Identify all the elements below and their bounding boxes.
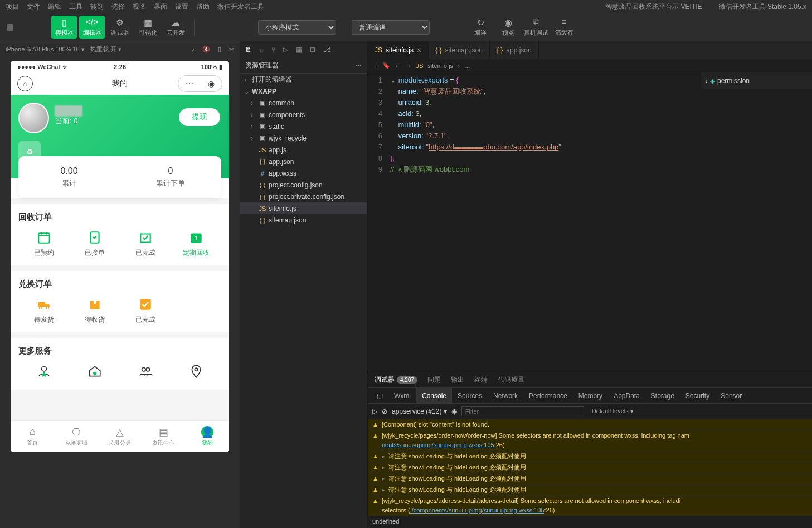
list-icon[interactable]: ≡ [375,62,378,69]
ship-pending[interactable]: 待发货 [18,297,69,324]
source-link[interactable]: ./components/sunui-upimg/sunui-upimg.wxs… [410,507,544,514]
menu-help[interactable]: 帮助 [196,2,210,12]
file-app.js[interactable]: JSapp.js [240,144,367,156]
compile-button[interactable]: ↻编译 [468,16,493,39]
mode-select[interactable]: 小程序模式 [258,20,336,35]
tab-sitemap[interactable]: { }sitemap.json [429,41,490,59]
menu-select[interactable]: 选择 [111,2,125,12]
compile-select[interactable]: 普通编译 [352,20,430,35]
order-done[interactable]: 已完成 [120,230,171,258]
svc-3[interactable] [120,364,171,382]
btab-quality[interactable]: 代码质量 [498,375,524,385]
file-project.private.config.json[interactable]: { }project.private.config.json [240,191,367,202]
btab-problems[interactable]: 问题 [427,375,441,385]
withdraw-button[interactable]: 提现 [179,108,220,126]
exchange-done[interactable]: 已完成 [120,297,171,324]
clear-cache-button[interactable]: ≡清缓存 [551,16,577,39]
menu-file[interactable]: 文件 [27,2,40,12]
source-link[interactable]: nents/sunui-upimg/sunui-upimg.wxss:105 [382,442,494,448]
eye-icon[interactable]: ◉ [451,408,457,415]
close-icon[interactable]: × [417,46,421,55]
open-editors[interactable]: ›打开的编辑器 [240,74,367,85]
git-icon[interactable]: ⎇ [323,46,331,54]
simulator-button[interactable]: ▯模拟器 [51,16,77,39]
menu-wechat[interactable]: 微信开发者工具 [217,2,264,12]
crumb-more[interactable]: … [464,62,470,69]
sim-mute-icon[interactable]: 🔇 [202,46,210,53]
capsule[interactable]: ⋯◉ [178,75,222,92]
file-sitemap.json[interactable]: { }sitemap.json [240,214,367,226]
ext-icon[interactable]: ▦ [296,46,302,54]
code-editor[interactable]: 123456789 ⌄ module.exports = { name: "智慧… [368,72,561,372]
devtab-memory[interactable]: Memory [573,388,608,404]
stat-orders[interactable]: 0累计下单 [120,166,221,188]
db-icon[interactable]: ⊟ [310,46,315,54]
tab-news[interactable]: ▤资讯中心 [142,421,185,452]
menu-settings[interactable]: 设置 [175,2,188,12]
devtab-network[interactable]: Network [488,388,523,404]
sim-cut-icon[interactable]: ✂ [229,46,234,53]
devtab-appdata[interactable]: AppData [608,388,645,404]
folder-static[interactable]: ›▣static [240,120,367,132]
order-periodic[interactable]: 1定期回收 [171,230,221,258]
order-booked[interactable]: 已预约 [18,230,69,258]
stat-total[interactable]: 0.00累计 [18,166,120,188]
visual-button[interactable]: ▦可视化 [135,16,161,39]
crumb-file[interactable]: siteinfo.js [427,62,453,69]
menu-tools[interactable]: 工具 [69,2,82,12]
debugger-button[interactable]: ⚙调试器 [107,16,133,39]
project-root[interactable]: ⌄WXAPP [240,85,367,97]
avatar[interactable] [18,103,49,133]
console-output[interactable]: ▲[Component] slot "content" is not found… [368,419,812,528]
tab-home[interactable]: ⌂首页 [11,421,54,452]
menu-ui[interactable]: 界面 [154,2,167,12]
fwd-icon[interactable]: → [405,62,411,69]
order-accepted[interactable]: 已接单 [69,230,120,258]
btab-output[interactable]: 输出 [451,375,464,385]
more-icon[interactable]: ⋯ [355,62,362,70]
menu-edit[interactable]: 编辑 [48,2,61,12]
branch-icon[interactable]: ⑂ [271,46,275,54]
file-app.wxss[interactable]: #app.wxss [240,167,367,179]
menu-project[interactable]: 项目 [6,2,19,12]
outline-item[interactable]: ›◈permission [706,75,808,87]
file-project.config.json[interactable]: { }project.config.json [240,179,367,191]
search-icon[interactable]: ⌕ [260,46,264,54]
sim-rotate-icon[interactable]: ▯ [218,46,221,53]
device-dropdown[interactable]: iPhone 6/7/8 Plus 100% 16 ▾ [6,46,85,53]
btab-debugger[interactable]: 调试器4,207 [375,375,417,385]
hotreload-dropdown[interactable]: 热重载 开 ▾ [90,45,121,54]
devtab-security[interactable]: Security [680,388,715,404]
tab-sort[interactable]: △垃圾分类 [98,421,142,452]
devtab-wxml[interactable]: Wxml [388,388,416,404]
remote-debug-button[interactable]: ⧉真机调试 [523,16,549,39]
levels-dropdown[interactable]: Default levels ▾ [592,408,634,415]
devtab-sources[interactable]: Sources [452,388,488,404]
devtab-storage[interactable]: Storage [645,388,680,404]
menu-view[interactable]: 视图 [133,2,146,12]
filter-input[interactable] [461,406,584,416]
devtab-performance[interactable]: Performance [523,388,573,404]
files-icon[interactable]: 🗎 [245,46,252,54]
run-icon[interactable]: ▷ [283,46,288,54]
editor-button[interactable]: </>编辑器 [79,16,105,39]
tab-mine[interactable]: 👤我的 [186,421,229,452]
play-icon[interactable]: ▷ [372,408,377,415]
clear-icon[interactable]: ⊘ [382,408,387,415]
svc-1[interactable] [18,364,69,382]
home-button[interactable]: ⌂ [17,76,33,91]
back-icon[interactable]: ← [395,62,401,69]
svc-4[interactable] [171,364,221,382]
folder-wjyk[interactable]: ›▣wjyk_recycle [240,132,367,144]
svc-2[interactable] [69,364,120,382]
btab-terminal[interactable]: 终端 [474,375,488,385]
preview-button[interactable]: ◉预览 [495,16,521,39]
devtab-sensor[interactable]: Sensor [715,388,747,404]
context-select[interactable]: appservice (#12) ▾ [392,408,447,415]
receive-pending[interactable]: 待收货 [69,297,120,324]
tab-shop[interactable]: ⎔兑换商城 [54,421,98,452]
file-siteinfo.js[interactable]: JSsiteinfo.js [240,202,367,214]
sim-sound-icon[interactable]: ♪ [192,46,195,53]
inspect-icon[interactable]: ⬚ [371,388,388,404]
folder-components[interactable]: ›▣components [240,109,367,120]
